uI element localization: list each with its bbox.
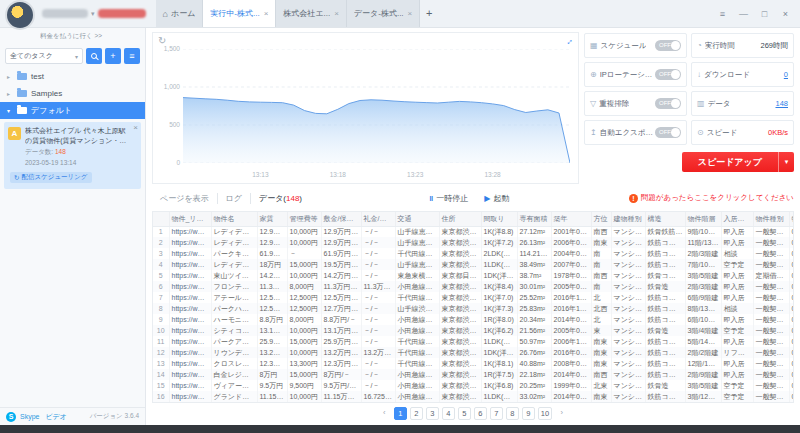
cell: マンション bbox=[611, 380, 645, 391]
folder-icon bbox=[17, 73, 27, 80]
pay-link[interactable]: 料金を払うに行く >> bbox=[40, 32, 141, 41]
close-icon[interactable]: × bbox=[133, 123, 138, 132]
page-8[interactable]: 8 bbox=[506, 407, 519, 420]
tab-label: 株式会社エ... bbox=[283, 8, 330, 19]
property-link[interactable]: https://www... bbox=[169, 314, 211, 325]
toggle-off[interactable]: OFF bbox=[655, 127, 681, 138]
cell: 1K(洋7.2) bbox=[481, 237, 517, 248]
cell: －/－ bbox=[361, 248, 395, 259]
tab-log[interactable]: ログ bbox=[218, 193, 251, 204]
close-icon[interactable]: × bbox=[775, 0, 796, 28]
cell: 一般契約(2年) bbox=[753, 226, 789, 237]
speed-up-button[interactable]: スピードアップ ▾ bbox=[682, 152, 794, 172]
page-3[interactable]: 3 bbox=[426, 407, 439, 420]
skype-link[interactable]: Skype bbox=[20, 413, 39, 420]
page-9[interactable]: 9 bbox=[522, 407, 535, 420]
property-link[interactable]: https://www... bbox=[169, 336, 211, 347]
page-6[interactable]: 6 bbox=[474, 407, 487, 420]
table-row[interactable]: 3https://www...パークキューブ代々木富ヶ谷61.9万円－61.9万… bbox=[153, 248, 794, 259]
stat-value[interactable]: 0 bbox=[784, 70, 788, 79]
add-group-button[interactable]: + bbox=[105, 48, 121, 64]
table-row[interactable]: 10https://www...シティコート上原13.1万円10,000円13.… bbox=[153, 325, 794, 336]
sidebar-group-デフォルト[interactable]: ▾デフォルト bbox=[0, 102, 145, 119]
tab-home[interactable]: ⌂ホーム bbox=[156, 0, 204, 27]
schedule-tag[interactable]: ↻ 配信スケジューリング bbox=[10, 172, 92, 183]
property-link[interactable]: https://www... bbox=[169, 292, 211, 303]
app-logo[interactable] bbox=[5, 0, 35, 30]
property-link[interactable]: https://www... bbox=[169, 380, 211, 391]
table-row[interactable]: 2https://www...レディディアマンテ12.9万円10,000円12.… bbox=[153, 237, 794, 248]
tab-close-icon[interactable]: × bbox=[264, 9, 269, 18]
property-link[interactable]: https://www... bbox=[169, 347, 211, 358]
tab-close-icon[interactable]: × bbox=[334, 9, 339, 18]
table-row[interactable]: 5https://www...東山ツインビル14.2万円10,000円14.2万… bbox=[153, 270, 794, 281]
property-link[interactable]: https://www... bbox=[169, 259, 211, 270]
property-link[interactable]: https://www... bbox=[169, 226, 211, 237]
table-row[interactable]: 1https://www...レディディアマンテ12.9万円10,000円12.… bbox=[153, 226, 794, 237]
page-2[interactable]: 2 bbox=[410, 407, 423, 420]
cell: 12.5万円 bbox=[257, 292, 287, 303]
table-row[interactable]: 9https://www...ハーモニア代々木八幡8.8万円8,000円8.8万… bbox=[153, 314, 794, 325]
next-page-button[interactable]: › bbox=[555, 407, 568, 420]
table-head: 物件_リンク物件名家賃管理費等敷金/保証金礼金/償却交通住所間取り専有面積築年方… bbox=[153, 212, 794, 226]
page-10[interactable]: 10 bbox=[538, 407, 552, 420]
tab-data[interactable]: データ-株式...× bbox=[347, 0, 420, 27]
table-row[interactable]: 4https://www...レディディアマンテ18万円15,000円19.5万… bbox=[153, 259, 794, 270]
table-row[interactable]: 8https://www...パークハビオ渋谷12.5万円12,500円12.7… bbox=[153, 303, 794, 314]
skype-icon[interactable]: S bbox=[6, 412, 16, 422]
tab-view-pages[interactable]: ページを表示 bbox=[152, 193, 218, 204]
page-5[interactable]: 5 bbox=[458, 407, 471, 420]
page-4[interactable]: 4 bbox=[442, 407, 455, 420]
maximize-icon[interactable]: □ bbox=[754, 0, 775, 28]
tab-task[interactable]: 株式会社エ...× bbox=[276, 0, 347, 27]
menu-icon[interactable]: ≡ bbox=[712, 0, 733, 28]
page-1[interactable]: 1 bbox=[394, 407, 407, 420]
table-row[interactable]: 16https://www...グランドメゾン上原11.15万円10,000円1… bbox=[153, 391, 794, 402]
property-link[interactable]: https://www... bbox=[169, 325, 211, 336]
task-filter-dropdown[interactable]: 全てのタスク ▾ bbox=[5, 48, 83, 64]
table-row[interactable]: 15https://www...ヴィアーレ上原9.5万円9,500円9.5万円/… bbox=[153, 380, 794, 391]
property-link[interactable]: https://www... bbox=[169, 281, 211, 292]
table-row[interactable]: 7https://www...アテールコート渋谷12.5万円12,500円12.… bbox=[153, 292, 794, 303]
property-link[interactable]: https://www... bbox=[169, 391, 211, 402]
table-row[interactable]: 6https://www...フロンティア代々木11.3万円8,000円11.3… bbox=[153, 281, 794, 292]
list-view-button[interactable]: ≡ bbox=[124, 48, 140, 64]
property-link[interactable]: https://www... bbox=[169, 358, 211, 369]
task-card[interactable]: A × 株式会社エイブル 代々木上原駅の賃貸物件(賃貸マンション・アパート)|賃… bbox=[4, 122, 141, 189]
cell: 000000352-2305190008 bbox=[789, 303, 794, 314]
cell: 鉄骨コンクリート bbox=[645, 270, 685, 281]
tab-running[interactable]: 実行中-株式...× bbox=[203, 0, 276, 27]
tab-close-icon[interactable]: × bbox=[408, 9, 413, 18]
prev-page-button[interactable]: ‹ bbox=[378, 407, 391, 420]
pause-button[interactable]: ‖一時停止 bbox=[429, 193, 468, 204]
chevron-down-icon[interactable]: ▾ bbox=[91, 10, 95, 18]
table-row[interactable]: 14https://www...白金レジデンス8万円15,000円8万円/－－/… bbox=[153, 369, 794, 380]
sidebar-group-test[interactable]: ▸test bbox=[0, 68, 145, 85]
property-link[interactable]: https://www... bbox=[169, 237, 211, 248]
new-tab-button[interactable]: + bbox=[420, 0, 438, 27]
property-link[interactable]: https://www... bbox=[169, 248, 211, 259]
promo-redacted[interactable] bbox=[98, 9, 146, 18]
search-button[interactable] bbox=[86, 48, 102, 64]
toggle-off[interactable]: OFF bbox=[655, 69, 681, 80]
sidebar-group-Samples[interactable]: ▸Samples bbox=[0, 85, 145, 102]
start-button[interactable]: ▶起動 bbox=[484, 193, 509, 204]
toggle-off[interactable]: OFF bbox=[655, 40, 681, 51]
page-7[interactable]: 7 bbox=[490, 407, 503, 420]
video-link[interactable]: ビデオ bbox=[45, 412, 67, 422]
toggle-off[interactable]: OFF bbox=[655, 98, 681, 109]
table-row[interactable]: 12https://www...リウンデル代々木上原13.2万円10,000円1… bbox=[153, 347, 794, 358]
cell: 1K(洋7.0) bbox=[481, 292, 517, 303]
property-link[interactable]: https://www... bbox=[169, 303, 211, 314]
minimize-icon[interactable]: — bbox=[733, 0, 754, 28]
chevron-down-icon[interactable]: ▾ bbox=[778, 152, 794, 172]
cell: 鉄筋コンクリート bbox=[645, 336, 685, 347]
issue-warning-link[interactable]: ! 問題があったらここをクリックしてください bbox=[629, 193, 794, 203]
stat-value[interactable]: 148 bbox=[775, 99, 788, 108]
property-link[interactable]: https://www... bbox=[169, 369, 211, 380]
tab-data[interactable]: データ(148) bbox=[251, 193, 310, 204]
property-link[interactable]: https://www... bbox=[169, 270, 211, 281]
table-row[interactable]: 13https://www...クロスレジデンス代々木12.3万円13,300円… bbox=[153, 358, 794, 369]
table-row[interactable]: 11https://www...パークアクシス上原25.9万円15,000円25… bbox=[153, 336, 794, 347]
expand-icon[interactable]: ↔ bbox=[562, 34, 575, 47]
